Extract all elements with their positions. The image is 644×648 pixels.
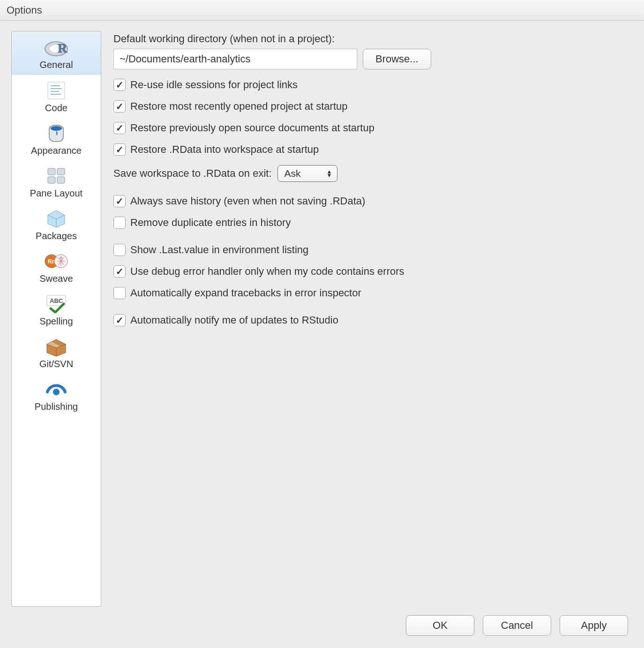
- publish-icon: [43, 378, 69, 400]
- paint-bucket-icon: [43, 122, 69, 144]
- svg-point-9: [51, 126, 62, 131]
- sidebar-item-pane-layout[interactable]: Pane Layout: [12, 160, 101, 203]
- checkbox-show-last[interactable]: [113, 244, 126, 256]
- select-value: Ask: [285, 168, 301, 179]
- spellcheck-icon: ABC: [43, 293, 69, 315]
- checkbox-restore-docs[interactable]: [113, 122, 126, 134]
- checkbox-label: Use debug error handler only when my cod…: [130, 265, 404, 278]
- checkbox-label: Show .Last.value in environment listing: [130, 244, 308, 256]
- code-icon: [43, 79, 69, 102]
- checkbox-auto-traceback[interactable]: [113, 287, 126, 299]
- sweave-icon: Rnw: [43, 250, 69, 272]
- ok-button[interactable]: OK: [406, 615, 474, 636]
- checkbox-label: Restore .RData into workspace at startup: [130, 143, 319, 156]
- checkbox-label: Restore previously open source documents…: [130, 122, 374, 134]
- sidebar-item-publishing[interactable]: Publishing: [12, 373, 101, 416]
- updown-icon: ▲▼: [327, 170, 332, 177]
- dialog-footer: OK Cancel Apply: [406, 615, 628, 636]
- checkbox-label: Always save history (even when not savin…: [130, 195, 365, 207]
- sidebar: R General Code: [11, 31, 101, 607]
- checkbox-debug-handler[interactable]: [113, 265, 126, 278]
- checkbox-reuse-idle[interactable]: [113, 79, 126, 91]
- sidebar-item-code[interactable]: Code: [12, 75, 101, 117]
- sidebar-item-label: Appearance: [31, 145, 82, 156]
- checkbox-restore-project[interactable]: [113, 100, 126, 113]
- titlebar: Options: [0, 0, 644, 21]
- save-ws-select[interactable]: Ask ▲▼: [277, 165, 337, 182]
- sidebar-item-general[interactable]: R General: [12, 31, 101, 75]
- window-title: Options: [7, 4, 42, 16]
- main-panel: Default working directory (when not in a…: [113, 31, 633, 607]
- checkbox-notify-updates[interactable]: [113, 314, 126, 326]
- save-ws-label: Save workspace to .RData on exit:: [113, 167, 272, 180]
- checkbox-label: Automatically expand tracebacks in error…: [130, 287, 361, 299]
- box-icon: [43, 335, 69, 358]
- cancel-button[interactable]: Cancel: [483, 615, 551, 636]
- checkbox-remove-dup[interactable]: [113, 217, 126, 229]
- package-icon: [43, 207, 69, 230]
- svg-rect-13: [57, 177, 65, 183]
- sidebar-item-label: Sweave: [39, 273, 73, 284]
- svg-rect-12: [48, 177, 55, 183]
- apply-button[interactable]: Apply: [560, 615, 628, 636]
- sidebar-item-label: Pane Layout: [30, 188, 82, 199]
- checkbox-label: Re-use idle sessions for project links: [130, 79, 298, 91]
- sidebar-item-label: General: [39, 60, 73, 70]
- svg-rect-10: [48, 168, 55, 175]
- sidebar-item-spelling[interactable]: ABC Spelling: [12, 288, 101, 331]
- checkbox-label: Automatically notify me of updates to RS…: [130, 314, 338, 326]
- r-icon: R: [43, 36, 69, 59]
- sidebar-item-label: Git/SVN: [39, 359, 73, 369]
- svg-rect-3: [48, 82, 65, 99]
- panes-icon: [43, 165, 69, 187]
- wd-input[interactable]: [113, 49, 357, 69]
- wd-label: Default working directory (when not in a…: [113, 33, 623, 45]
- dialog-body: R General Code: [0, 21, 644, 607]
- svg-rect-11: [57, 168, 65, 175]
- svg-text:ABC: ABC: [50, 297, 63, 304]
- browse-button[interactable]: Browse...: [363, 49, 431, 69]
- checkbox-label: Remove duplicate entries in history: [130, 217, 291, 229]
- checkbox-restore-rdata[interactable]: [113, 143, 126, 156]
- checkbox-save-history[interactable]: [113, 195, 126, 207]
- sidebar-item-sweave[interactable]: Rnw Sweave: [12, 245, 101, 288]
- sidebar-item-appearance[interactable]: Appearance: [12, 117, 101, 160]
- sidebar-item-label: Code: [45, 103, 67, 113]
- sidebar-item-label: Packages: [36, 231, 77, 241]
- checkbox-label: Restore most recently opened project at …: [130, 100, 347, 113]
- sidebar-item-label: Spelling: [39, 316, 73, 327]
- sidebar-item-packages[interactable]: Packages: [12, 203, 101, 245]
- sidebar-item-git-svn[interactable]: Git/SVN: [12, 331, 101, 373]
- svg-text:R: R: [58, 41, 67, 55]
- svg-point-19: [53, 389, 60, 395]
- sidebar-item-label: Publishing: [35, 401, 78, 412]
